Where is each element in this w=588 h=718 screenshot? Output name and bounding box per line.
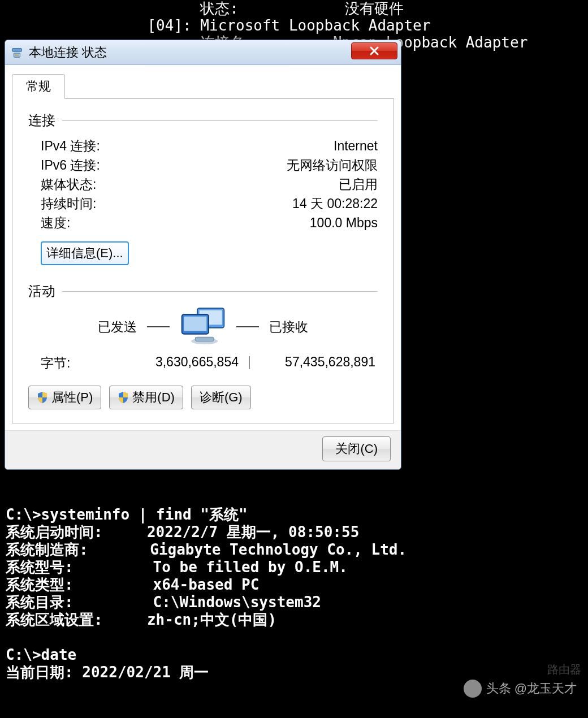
ipv6-row: IPv6 连接: 无网络访问权限 [28,155,378,175]
svg-rect-2 [15,54,16,56]
ipv4-label: IPv4 连接: [41,136,334,155]
shield-icon [37,391,48,404]
media-value: 已启用 [339,175,378,194]
dash-right [236,326,259,327]
recv-label: 已接收 [269,318,308,336]
dialog-title: 本地连接 状态 [29,44,351,61]
dash-left [147,326,170,327]
dialog-body: 常规 连接 IPv4 连接: Internet IPv6 连接: 无网络访问权限… [5,65,401,430]
avatar-icon [464,680,482,698]
sent-label: 已发送 [98,318,137,336]
watermark-secondary: 路由器 [547,662,581,677]
bytes-separator: | [239,354,260,372]
svg-rect-7 [184,317,206,331]
activity-labels-row: 已发送 已接收 [28,307,378,347]
svg-rect-1 [14,53,20,57]
ipv6-label: IPv6 连接: [41,155,287,175]
activity-section-header: 活动 [28,282,378,300]
shield-icon [118,391,129,404]
dialog-footer: 关闭(C) [5,430,401,469]
duration-row: 持续时间: 14 天 00:28:22 [28,194,378,213]
watermark: 头条 @龙玉天才 [464,680,577,698]
bytes-sent: 3,630,665,854 [109,354,239,372]
bytes-recv: 57,435,628,891 [260,354,378,372]
network-adapter-icon [11,46,23,59]
console-bottom: C:\>systeminfo | find "系统" 系统启动时间: 2022/… [6,506,582,681]
diagnose-label: 诊断(G) [200,389,243,406]
media-label: 媒体状态: [41,175,339,194]
action-buttons: 属性(P) 禁用(D) 诊断(G) [28,386,378,409]
activity-area: 已发送 已接收 字节: 3,630,665,854 [28,307,378,372]
ipv4-value: Internet [334,136,378,155]
connection-status-dialog: 本地连接 状态 常规 连接 IPv4 连接: Internet IPv6 连接:… [5,40,401,470]
svg-rect-0 [12,48,22,51]
duration-label: 持续时间: [41,194,292,213]
close-icon [369,46,379,56]
bytes-row: 字节: 3,630,665,854 | 57,435,628,891 [28,354,378,372]
speed-label: 速度: [41,213,310,232]
speed-row: 速度: 100.0 Mbps [28,213,378,232]
ipv6-value: 无网络访问权限 [287,155,378,175]
svg-rect-3 [18,54,19,56]
details-button[interactable]: 详细信息(E)... [41,241,129,265]
network-computers-icon [180,307,226,347]
bytes-label: 字节: [41,354,109,372]
svg-rect-9 [195,337,214,341]
ipv4-row: IPv4 连接: Internet [28,136,378,155]
media-row: 媒体状态: 已启用 [28,175,378,194]
diagnose-button[interactable]: 诊断(G) [191,386,251,409]
properties-button[interactable]: 属性(P) [28,386,101,409]
connection-section-header: 连接 [28,111,378,129]
close-dialog-button[interactable]: 关闭(C) [322,436,391,461]
window-close-button[interactable] [351,42,397,59]
properties-label: 属性(P) [51,389,93,406]
watermark-text: 头条 @龙玉天才 [486,680,577,697]
tab-general[interactable]: 常规 [12,74,65,99]
tabs: 常规 [12,74,394,99]
disable-label: 禁用(D) [132,389,175,406]
duration-value: 14 天 00:28:22 [292,194,378,213]
disable-button[interactable]: 禁用(D) [109,386,183,409]
speed-value: 100.0 Mbps [310,213,378,232]
tab-panel: 连接 IPv4 连接: Internet IPv6 连接: 无网络访问权限 媒体… [12,98,394,423]
titlebar[interactable]: 本地连接 状态 [5,40,401,65]
